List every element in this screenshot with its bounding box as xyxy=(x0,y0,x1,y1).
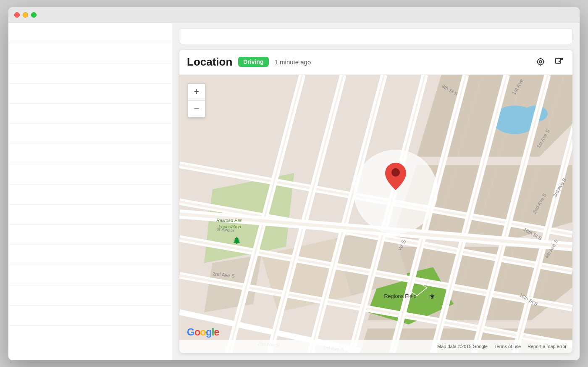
search-bar-area xyxy=(172,23,580,49)
maximize-button[interactable] xyxy=(31,12,37,18)
svg-point-1 xyxy=(538,59,544,65)
zoom-controls: + − xyxy=(188,83,205,118)
svg-text:Railroad Par: Railroad Par xyxy=(216,218,242,223)
terms-link[interactable]: Terms of use xyxy=(494,344,521,349)
list-item[interactable] xyxy=(8,124,172,144)
report-link[interactable]: Report a map error xyxy=(528,344,567,349)
list-item[interactable] xyxy=(8,306,172,326)
svg-text:Foundation: Foundation xyxy=(218,224,241,229)
google-logo: Google xyxy=(187,326,219,338)
svg-text:🏟: 🏟 xyxy=(429,293,435,299)
google-g2: g xyxy=(206,326,212,338)
google-o1: o xyxy=(194,326,200,338)
traffic-lights xyxy=(14,12,37,18)
svg-point-0 xyxy=(539,61,542,63)
google-g1: G xyxy=(187,326,194,338)
list-item[interactable] xyxy=(8,205,172,225)
location-card: Location Driving 1 minute ago xyxy=(179,49,573,354)
location-title: Location xyxy=(187,55,232,69)
sidebar-rows xyxy=(8,23,172,360)
external-link-icon[interactable] xyxy=(553,56,565,68)
list-item[interactable] xyxy=(8,84,172,104)
titlebar xyxy=(8,7,580,23)
locate-icon[interactable] xyxy=(535,56,546,68)
list-item[interactable] xyxy=(8,104,172,124)
minimize-button[interactable] xyxy=(23,12,28,18)
list-item[interactable] xyxy=(8,185,172,205)
timestamp: 1 minute ago xyxy=(275,58,535,66)
content-area: Location Driving 1 minute ago xyxy=(8,23,580,360)
search-bar[interactable] xyxy=(179,28,573,44)
google-o2: o xyxy=(200,326,206,338)
svg-text:🌲: 🌲 xyxy=(233,236,241,244)
sidebar xyxy=(8,23,172,360)
main-content: Location Driving 1 minute ago xyxy=(172,23,580,360)
zoom-out-button[interactable]: − xyxy=(188,100,205,117)
map-data-text: Map data ©2015 Google xyxy=(437,344,488,349)
list-item[interactable] xyxy=(8,164,172,185)
zoom-in-button[interactable]: + xyxy=(188,84,205,100)
list-item[interactable] xyxy=(8,225,172,245)
list-item[interactable] xyxy=(8,43,172,63)
google-e: e xyxy=(214,326,219,338)
list-item[interactable] xyxy=(8,23,172,43)
list-item[interactable] xyxy=(8,245,172,265)
list-item[interactable] xyxy=(8,265,172,285)
map-pin xyxy=(385,163,406,192)
list-item[interactable] xyxy=(8,63,172,84)
map-footer: Map data ©2015 Google Terms of use Repor… xyxy=(179,340,572,353)
close-button[interactable] xyxy=(14,12,20,18)
list-item[interactable] xyxy=(8,285,172,306)
location-header: Location Driving 1 minute ago xyxy=(179,50,572,75)
list-item[interactable] xyxy=(8,144,172,164)
svg-point-96 xyxy=(391,168,400,177)
svg-text:Regions Field: Regions Field xyxy=(384,293,416,299)
driving-badge: Driving xyxy=(238,57,268,67)
location-circle xyxy=(354,150,438,234)
map-container[interactable]: 1st Ave 1st Ave S 2nd Ave S 3rd Ave S 4t… xyxy=(179,75,572,353)
header-icons xyxy=(535,56,565,68)
app-window: Location Driving 1 minute ago xyxy=(8,7,580,360)
